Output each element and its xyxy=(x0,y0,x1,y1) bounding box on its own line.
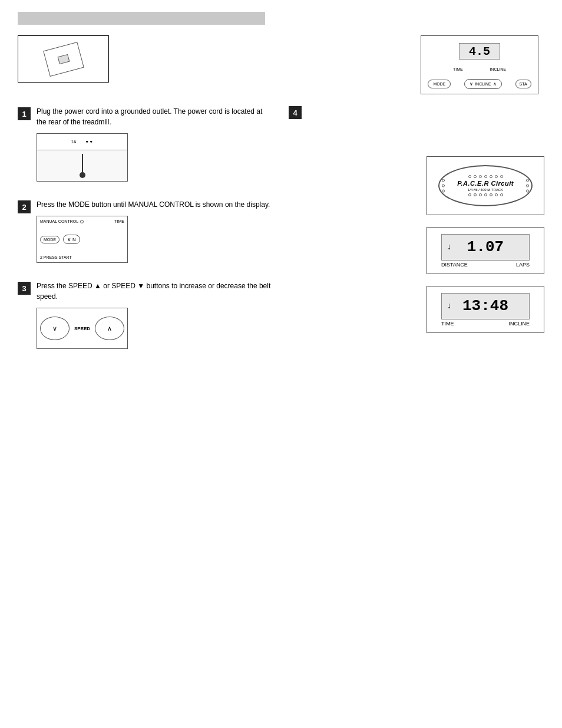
speed-up-button[interactable]: ∧ xyxy=(95,317,124,340)
step-3-content: Press the SPEED ▲ or SPEED ▼ buttons to … xyxy=(37,281,271,349)
right-column: 4 xyxy=(283,106,544,716)
content-area: 1 Plug the power cord into a grounded ou… xyxy=(18,106,544,716)
pacer-circuit-diagram: P.A.C.E.R Circuit 1/4 MI / 400 M TRACK xyxy=(427,156,544,215)
page: 4.5 TIME INCLINE MODE ∨ INCLINE ∧ xyxy=(0,0,562,728)
manual-control-diagram: MANUAL CONTROL TIME MODE xyxy=(37,216,128,263)
incline-button-diagram[interactable]: ∨ N xyxy=(63,235,80,244)
display-value-4-5: 4.5 xyxy=(459,43,500,60)
press-start-label: 2 PRESS START xyxy=(40,255,124,259)
speed-buttons-diagram: ∨ SPEED ∧ xyxy=(37,308,128,349)
header-bar xyxy=(18,12,265,25)
speed-down-button[interactable]: ∨ xyxy=(40,317,70,340)
pacer-right-dots xyxy=(526,179,529,193)
time-labels: TIME INCLINE xyxy=(441,321,530,327)
step-1-block: 1 Plug the power cord into a grounded ou… xyxy=(18,106,271,182)
distance-labels: DISTANCE LAPS xyxy=(441,262,530,268)
pacer-brand-text: P.A.C.E.R Circuit xyxy=(457,180,514,187)
step-4-block: 4 xyxy=(289,106,544,333)
step-4-number: 4 xyxy=(289,106,302,119)
step-3-block: 3 Press the SPEED ▲ or SPEED ▼ buttons t… xyxy=(18,281,271,349)
mode-btn-top[interactable]: MODE xyxy=(428,80,451,88)
display-buttons-top: MODE ∨ INCLINE ∧ STA xyxy=(421,79,538,89)
distance-arrow: ↓ xyxy=(447,242,451,252)
manual-control-label: MANUAL CONTROL xyxy=(40,219,84,223)
time-label-manual: TIME xyxy=(114,219,124,223)
key-card-slot xyxy=(57,54,70,64)
time-arrow: ↓ xyxy=(447,301,451,311)
mode-row: MODE ∨ N xyxy=(40,235,124,244)
step-2-text: Press the MODE button until MANUAL CONTR… xyxy=(37,199,271,210)
step-3-text: Press the SPEED ▲ or SPEED ▼ buttons to … xyxy=(37,281,271,302)
manual-circle xyxy=(80,220,84,223)
cord-diagram: 1A ▼▼ xyxy=(37,133,128,182)
pacer-left-dots xyxy=(442,179,445,193)
start-btn-top[interactable]: STA xyxy=(515,80,531,88)
step-2-number: 2 xyxy=(18,200,31,213)
time-screen: ↓ 13:48 xyxy=(441,293,530,319)
left-column: 1 Plug the power cord into a grounded ou… xyxy=(18,106,283,716)
cord-top-strip: 1A ▼▼ xyxy=(37,134,127,150)
console-display-top: 4.5 TIME INCLINE MODE ∨ INCLINE ∧ xyxy=(421,35,538,94)
step-1-content: Plug the power cord into a grounded outl… xyxy=(37,106,271,182)
step-1-text: Plug the power cord into a grounded outl… xyxy=(37,106,271,127)
step-2-block: 2 Press the MODE button until MANUAL CON… xyxy=(18,199,271,263)
key-card-inner xyxy=(43,42,84,77)
mode-button-diagram[interactable]: MODE xyxy=(40,236,59,243)
pacer-top-dots xyxy=(468,175,503,178)
pacer-oval: P.A.C.E.R Circuit 1/4 MI / 400 M TRACK xyxy=(438,165,533,206)
pacer-subtitle-text: 1/4 MI / 400 M TRACK xyxy=(468,188,503,192)
pacer-bottom-dots xyxy=(468,193,503,196)
distance-laps-display: ↓ 1.07 DISTANCE LAPS xyxy=(427,227,544,274)
step-2-content: Press the MODE button until MANUAL CONTR… xyxy=(37,199,271,263)
key-card-diagram xyxy=(18,35,109,83)
cord-plug xyxy=(80,172,85,178)
distance-screen: ↓ 1.07 xyxy=(441,234,530,261)
step-1-number: 1 xyxy=(18,107,31,120)
time-incline-display: ↓ 13:48 TIME INCLINE xyxy=(427,286,544,333)
incline-btn-top[interactable]: ∨ INCLINE ∧ xyxy=(464,79,502,89)
step-3-number: 3 xyxy=(18,282,31,295)
display-labels-top: TIME INCLINE xyxy=(453,67,506,71)
manual-top-row: MANUAL CONTROL TIME xyxy=(40,219,124,223)
speed-label: SPEED xyxy=(74,326,90,331)
